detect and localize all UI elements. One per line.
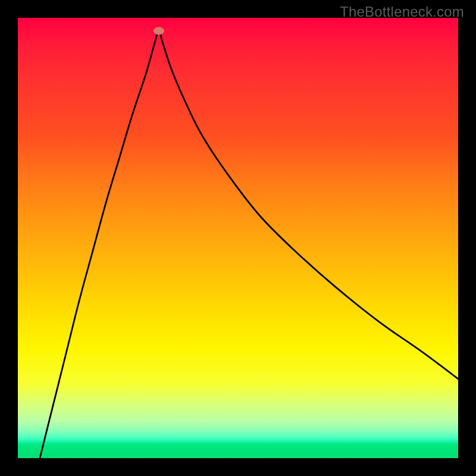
minimum-marker [154, 27, 164, 35]
plot-area [18, 18, 458, 458]
curve-svg [18, 18, 458, 458]
chart-container: TheBottleneck.com [0, 0, 476, 476]
bottleneck-curve [40, 31, 458, 458]
watermark-text: TheBottleneck.com [340, 4, 464, 20]
